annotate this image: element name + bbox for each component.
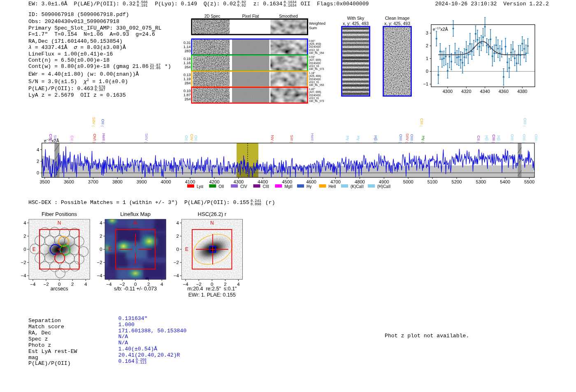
svg-text:N: N xyxy=(134,220,137,226)
svg-text:OIII {: OIII { xyxy=(534,134,539,143)
svg-text:2: 2 xyxy=(37,159,39,164)
svg-text:OIII {: OIII { xyxy=(522,134,527,143)
svg-text:Clean Image: Clean Image xyxy=(385,16,410,21)
svg-text:2: 2 xyxy=(100,234,102,239)
svg-text:3800: 3800 xyxy=(112,179,123,184)
svg-text:HSC(26.2) r: HSC(26.2) r xyxy=(198,211,227,217)
svg-text:0.19: 0.19 xyxy=(183,57,191,61)
svg-text:Hβ {: Hβ { xyxy=(374,135,378,143)
svg-text:N: N xyxy=(58,220,61,226)
svg-text:5000: 5000 xyxy=(403,179,413,184)
svg-text:OIII {: OIII { xyxy=(399,134,403,143)
svg-text:CIV {: CIV { xyxy=(190,134,194,143)
svg-text:HeII {: HeII { xyxy=(310,133,315,143)
svg-text:4: 4 xyxy=(23,220,26,225)
svg-text:Lyα: Lyα xyxy=(197,184,203,189)
svg-text:3600: 3600 xyxy=(64,179,74,184)
svg-text:OIII {: OIII { xyxy=(510,134,515,143)
svg-text:CIII {: CIII { xyxy=(420,118,424,127)
svg-text:SiII {: SiII { xyxy=(53,135,58,143)
svg-text:5400: 5400 xyxy=(500,179,510,184)
svg-text:0: 0 xyxy=(37,170,39,175)
svg-text:1.14: 1.14 xyxy=(183,45,191,49)
svg-text:330_RL_053: 330_RL_053 xyxy=(309,84,324,87)
svg-text:4: 4 xyxy=(84,282,87,287)
svg-text:SiIV {: SiIV { xyxy=(92,117,96,127)
svg-text:1.87: 1.87 xyxy=(183,93,191,97)
svg-text:4300: 4300 xyxy=(443,89,453,94)
svg-text:2: 2 xyxy=(23,234,26,239)
svg-text:2D Spec: 2D Spec xyxy=(204,14,220,19)
svg-text:1.19: 1.19 xyxy=(183,77,191,81)
svg-text:CIV: CIV xyxy=(240,184,247,189)
svg-text:4700: 4700 xyxy=(330,179,341,184)
svg-text:4100: 4100 xyxy=(185,179,195,184)
svg-text:264: 264 xyxy=(184,65,190,69)
svg-text:OIII {: OIII { xyxy=(523,118,527,127)
svg-text:−4: −4 xyxy=(106,282,112,287)
svg-text:Hγ {: Hγ { xyxy=(346,136,350,143)
svg-text:284: 284 xyxy=(184,81,190,85)
svg-text:4500: 4500 xyxy=(282,179,292,184)
svg-text:0.10: 0.10 xyxy=(183,89,191,93)
svg-text:20240430: 20240430 xyxy=(309,78,321,81)
svg-text:arcsecs: arcsecs xyxy=(51,286,68,292)
svg-text:CIII {: CIII { xyxy=(492,135,496,143)
svg-text:−4: −4 xyxy=(174,273,179,278)
svg-text:CII {: CII { xyxy=(70,135,74,143)
svg-text:0: 0 xyxy=(426,69,428,74)
svg-text:20240430: 20240430 xyxy=(309,62,321,65)
svg-text:E: E xyxy=(109,246,112,252)
svg-text:−2: −2 xyxy=(43,282,49,287)
svg-text:4: 4 xyxy=(176,220,179,225)
svg-text:330_RL_073: 330_RL_073 xyxy=(309,100,324,103)
svg-text:EWr: 1. PLAE: 0.155: EWr: 1. PLAE: 0.155 xyxy=(188,292,236,298)
svg-text:Weighted: Weighted xyxy=(309,21,325,26)
svg-text:4: 4 xyxy=(237,282,240,287)
svg-text:Hγ {: Hγ { xyxy=(421,136,426,143)
svg-text:330_RL_054: 330_RL_054 xyxy=(309,51,324,55)
svg-text:OII {: OII { xyxy=(101,119,105,127)
svg-text:5500: 5500 xyxy=(524,179,534,184)
svg-text:HeII {: HeII { xyxy=(102,133,106,143)
svg-text:264: 264 xyxy=(184,97,190,101)
svg-text:s/b: -0.11 +/- 0.073: s/b: -0.11 +/- 0.073 xyxy=(114,286,157,292)
svg-text:2: 2 xyxy=(176,234,179,239)
svg-text:0: 0 xyxy=(100,247,102,252)
svg-text:4: 4 xyxy=(100,220,102,225)
svg-text:x, y: 425, 493: x, y: 425, 493 xyxy=(343,21,369,26)
svg-text:4380: 4380 xyxy=(517,89,527,94)
svg-text:2: 2 xyxy=(71,282,74,287)
svg-text:HeII: HeII xyxy=(329,184,336,189)
svg-text:4320: 4320 xyxy=(461,89,471,94)
svg-text:4: 4 xyxy=(37,147,39,152)
svg-text:SiIV {: SiIV { xyxy=(144,133,149,143)
svg-text:E: E xyxy=(33,246,36,252)
svg-text:1.16: 1.16 xyxy=(183,61,191,65)
svg-text:SiIV {: SiIV { xyxy=(405,133,410,143)
svg-text:5200: 5200 xyxy=(452,179,462,184)
svg-text:Sum: Sum xyxy=(309,26,317,30)
svg-text:Hγ: Hγ xyxy=(307,184,311,189)
svg-text:5100: 5100 xyxy=(427,179,438,184)
svg-text:N: N xyxy=(210,220,214,226)
svg-text:−2: −2 xyxy=(174,260,179,265)
svg-text:3: 3 xyxy=(426,30,428,35)
svg-text:0.13: 0.13 xyxy=(183,73,191,77)
svg-text:0: 0 xyxy=(23,247,26,252)
svg-text:1: 1 xyxy=(426,56,428,61)
svg-text:3900: 3900 xyxy=(137,179,147,184)
svg-text:OII: OII xyxy=(218,184,224,189)
svg-text:Pixel Flat: Pixel Flat xyxy=(242,14,259,19)
svg-text:(K)CaII: (K)CaII xyxy=(351,184,364,189)
svg-text:OII {: OII { xyxy=(194,135,198,143)
svg-text:Hβ {: Hβ { xyxy=(485,135,489,143)
svg-text:3500: 3500 xyxy=(39,179,50,184)
svg-text:CIII: CIII xyxy=(263,184,269,189)
svg-text:OVI {: OVI { xyxy=(93,134,97,143)
svg-text:1.18": 1.18" xyxy=(309,72,315,74)
svg-text:4200: 4200 xyxy=(209,179,220,184)
svg-text:CIV {: CIV { xyxy=(49,134,53,143)
svg-text:Fiber Positions: Fiber Positions xyxy=(42,211,77,217)
svg-text:Hβ {: Hβ { xyxy=(497,135,501,143)
